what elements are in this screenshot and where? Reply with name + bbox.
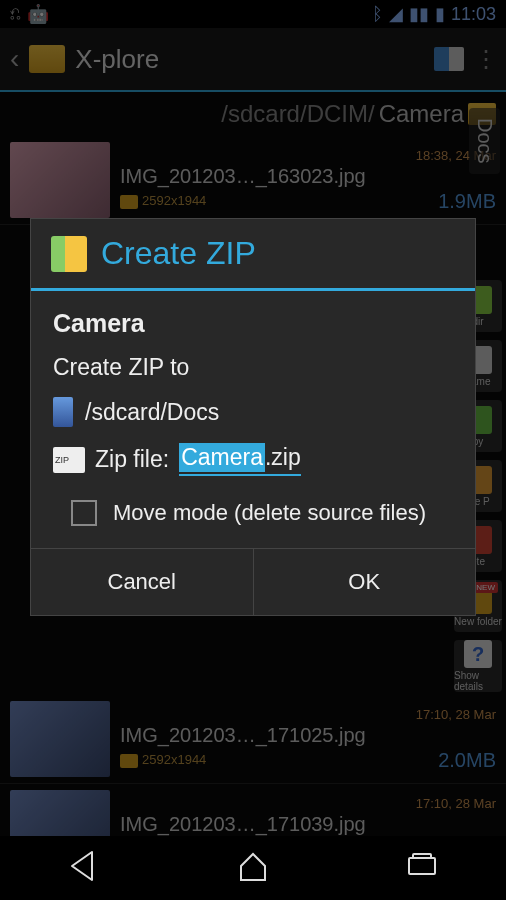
svg-rect-0	[409, 858, 435, 874]
zipfile-label: Zip file:	[95, 446, 169, 473]
sdcard-icon	[53, 397, 73, 427]
zip-extension: .zip	[265, 444, 301, 471]
nav-bar	[0, 836, 506, 900]
destination-row[interactable]: /sdcard/Docs	[53, 397, 453, 427]
move-mode-label: Move mode (delete source files)	[113, 500, 426, 526]
zip-filename-input[interactable]: Camera.zip	[179, 443, 301, 476]
nav-recent-button[interactable]	[404, 848, 440, 888]
create-zip-dialog: Create ZIP Camera Create ZIP to /sdcard/…	[30, 218, 476, 616]
source-folder-name: Camera	[53, 309, 453, 338]
move-mode-checkbox[interactable]	[71, 500, 97, 526]
zipfile-icon	[53, 447, 85, 473]
destination-path: /sdcard/Docs	[85, 399, 219, 426]
dialog-header: Create ZIP	[31, 219, 475, 291]
ok-button[interactable]: OK	[254, 549, 476, 615]
dialog-title: Create ZIP	[101, 235, 256, 272]
nav-back-button[interactable]	[66, 848, 102, 888]
create-to-label: Create ZIP to	[53, 354, 453, 381]
nav-home-button[interactable]	[235, 848, 271, 888]
svg-rect-1	[413, 854, 431, 858]
move-mode-row[interactable]: Move mode (delete source files)	[53, 492, 453, 530]
zip-basename: Camera	[179, 443, 265, 472]
cancel-button[interactable]: Cancel	[31, 549, 254, 615]
zip-icon	[51, 236, 87, 272]
